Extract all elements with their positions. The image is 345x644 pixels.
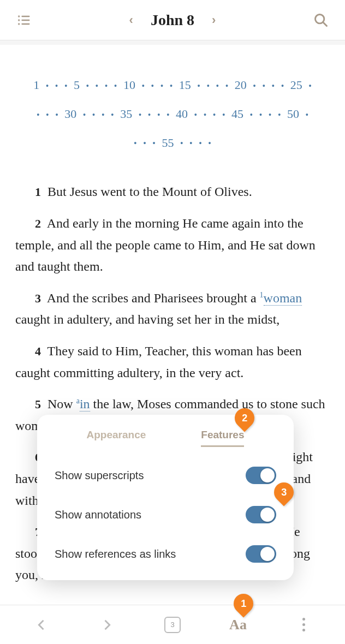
nav-forward-button[interactable] xyxy=(91,617,123,633)
verse-dot[interactable]: • xyxy=(91,110,97,120)
verse-link[interactable]: 45 xyxy=(230,107,245,121)
verse-link[interactable]: 10 xyxy=(122,78,137,92)
settings-row: Show annotations xyxy=(37,495,294,534)
verse-dot[interactable]: • xyxy=(159,81,165,91)
verse-navigator: 1 • • • 5 • • • • 10 • • • • 15 • • • • … xyxy=(31,71,314,157)
verse-dot[interactable]: • xyxy=(84,81,91,91)
reference-link[interactable]: woman xyxy=(264,291,302,306)
svg-line-7 xyxy=(323,22,327,26)
verse-dot[interactable]: • xyxy=(146,110,153,120)
verse-dot[interactable]: • xyxy=(141,139,148,148)
toggle[interactable] xyxy=(246,506,276,523)
page-indicator[interactable]: 3 xyxy=(156,617,189,633)
footnote-sup[interactable]: a xyxy=(76,397,80,405)
verse-dot[interactable]: • xyxy=(150,81,156,91)
tab-features[interactable]: Features xyxy=(201,429,244,447)
verse-link[interactable]: 35 xyxy=(118,107,134,121)
verse: 4 They said to Him, Teacher, this woman … xyxy=(15,341,330,384)
verse-number: 2 xyxy=(35,217,41,230)
verse-dot[interactable]: • xyxy=(165,110,171,120)
verse: 3 And the scribes and Pharisees brought … xyxy=(15,288,330,331)
features-popup: Appearance Features Show superscriptsSho… xyxy=(37,415,294,580)
verse-dot[interactable]: • xyxy=(248,110,255,120)
verse-dot[interactable]: • xyxy=(100,110,106,120)
verse-dot[interactable]: • xyxy=(304,110,310,120)
verse-number: 1 xyxy=(35,185,41,199)
verse-dot[interactable]: • xyxy=(279,81,286,91)
verse-link[interactable]: 1 xyxy=(32,78,41,92)
footnote-sup[interactable]: 1 xyxy=(260,291,264,299)
verse-dot[interactable]: • xyxy=(112,81,119,91)
verse-dot[interactable]: • xyxy=(267,110,273,120)
verse-number: 5 xyxy=(35,397,41,411)
verse-link[interactable]: 5 xyxy=(72,78,81,92)
verse-dot[interactable]: • xyxy=(221,110,227,120)
toggle[interactable] xyxy=(246,545,276,563)
verse-dot[interactable]: • xyxy=(151,139,157,148)
verse-dot[interactable]: • xyxy=(44,110,51,120)
verse-dot[interactable]: • xyxy=(188,139,194,148)
prev-chapter-button[interactable]: ‹ xyxy=(129,13,133,27)
verse-dot[interactable]: • xyxy=(206,139,213,148)
verse-dot[interactable]: • xyxy=(202,110,209,120)
verse-dot[interactable]: • xyxy=(109,110,116,120)
settings-row: Show superscripts xyxy=(37,456,294,495)
verse-link[interactable]: 25 xyxy=(289,78,304,92)
verse-dot[interactable]: • xyxy=(195,81,202,91)
header: ‹ John 8 › xyxy=(0,0,345,40)
verse-dot[interactable]: • xyxy=(53,81,60,91)
toc-icon[interactable] xyxy=(13,13,35,28)
verse-dot[interactable]: • xyxy=(137,110,144,120)
svg-point-2 xyxy=(19,20,19,20)
verse-dot[interactable]: • xyxy=(103,81,110,91)
toggle[interactable] xyxy=(246,467,276,484)
verse: 1 But Jesus went to the Mount of Olives. xyxy=(15,181,330,203)
verse-dot[interactable]: • xyxy=(156,110,162,120)
verse-dot[interactable]: • xyxy=(132,139,139,148)
verse-dot[interactable]: • xyxy=(168,81,175,91)
verse-dot[interactable]: • xyxy=(260,81,267,91)
nav-back-button[interactable] xyxy=(25,617,58,633)
verse-dot[interactable]: • xyxy=(44,81,51,91)
verse-dot[interactable]: • xyxy=(193,110,199,120)
verse-dot[interactable]: • xyxy=(224,81,230,91)
page-title[interactable]: John 8 xyxy=(151,11,194,29)
verse-dot[interactable]: • xyxy=(63,81,69,91)
verse-link[interactable]: 40 xyxy=(174,107,189,121)
verse-link[interactable]: 55 xyxy=(160,136,175,150)
verse-dot[interactable]: • xyxy=(307,81,313,91)
verse-dot[interactable]: • xyxy=(258,110,264,120)
svg-point-0 xyxy=(19,16,19,16)
verse-link[interactable]: 20 xyxy=(233,78,248,92)
verse-dot[interactable]: • xyxy=(251,81,258,91)
verse-dot[interactable]: • xyxy=(35,110,41,120)
verse-dot[interactable]: • xyxy=(276,110,283,120)
verse-link[interactable]: 30 xyxy=(63,107,78,121)
verse-dot[interactable]: • xyxy=(140,81,146,91)
search-icon[interactable] xyxy=(310,13,332,28)
text-settings-button[interactable]: Aa xyxy=(222,617,254,633)
verse-dot[interactable]: • xyxy=(215,81,221,91)
verse-link[interactable]: 15 xyxy=(177,78,193,92)
bottom-bar: 3 Aa xyxy=(0,605,345,644)
verse-dot[interactable]: • xyxy=(81,110,88,120)
svg-point-4 xyxy=(19,23,19,24)
settings-label: Show annotations xyxy=(55,509,141,521)
verse-dot[interactable]: • xyxy=(94,81,100,91)
settings-label: Show superscripts xyxy=(55,469,144,482)
next-chapter-button[interactable]: › xyxy=(212,13,216,27)
more-menu-button[interactable] xyxy=(287,618,320,631)
verse-dot[interactable]: • xyxy=(179,139,185,148)
settings-row: Show references as links xyxy=(37,534,294,574)
verse-link[interactable]: 50 xyxy=(285,107,301,121)
verse: 2 And early in the morning He came again… xyxy=(15,213,330,278)
popup-tabs: Appearance Features xyxy=(37,426,294,456)
verse-dot[interactable]: • xyxy=(197,139,204,148)
reference-link[interactable]: in xyxy=(80,397,90,412)
verse-dot[interactable]: • xyxy=(270,81,277,91)
header-center: ‹ John 8 › xyxy=(129,11,216,29)
verse-dot[interactable]: • xyxy=(53,110,60,120)
verse-dot[interactable]: • xyxy=(211,110,218,120)
tab-appearance[interactable]: Appearance xyxy=(87,429,146,447)
verse-dot[interactable]: • xyxy=(205,81,211,91)
